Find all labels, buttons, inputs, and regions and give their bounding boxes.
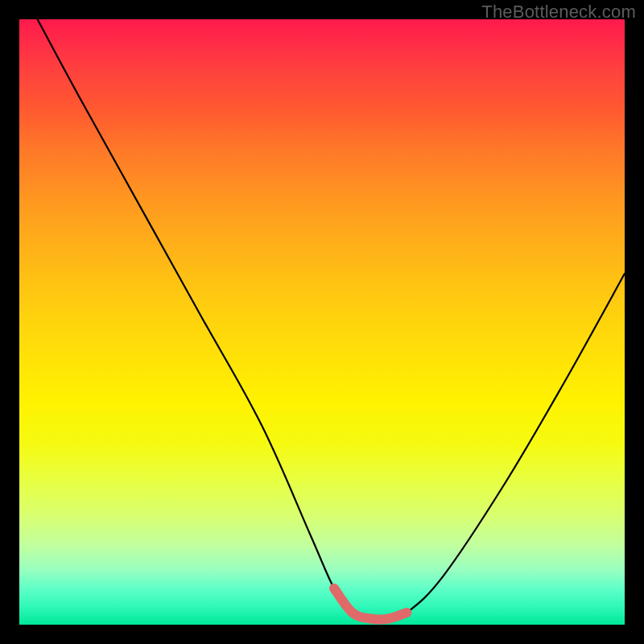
bottleneck-curve-path (38, 19, 625, 619)
plot-area (19, 19, 625, 625)
chart-frame: TheBottleneck.com (0, 0, 644, 644)
optimal-region-path (334, 588, 407, 620)
curve-layer (19, 19, 625, 625)
